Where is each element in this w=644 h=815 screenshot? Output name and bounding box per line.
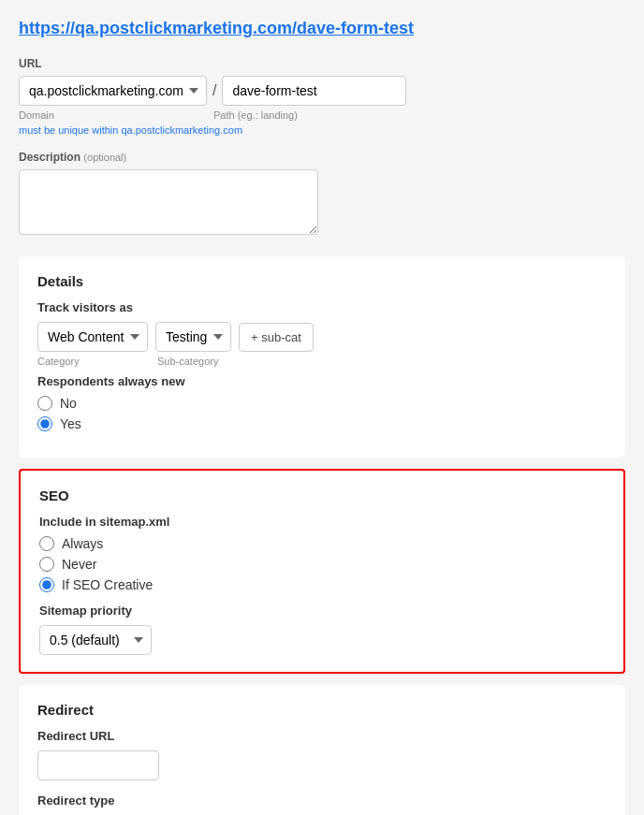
seo-title: SEO — [39, 488, 605, 503]
redirect-url-input[interactable] — [37, 750, 159, 780]
description-textarea[interactable] — [19, 169, 318, 235]
respondents-group: No Yes — [37, 396, 607, 431]
domain-select[interactable]: qa.postclickmarketing.com — [19, 76, 207, 106]
respondents-yes-label: Yes — [60, 416, 81, 431]
url-slash: / — [212, 82, 216, 99]
path-label: Path (eg.: landing) — [213, 109, 298, 121]
sitemap-group: Always Never If SEO Creative — [39, 536, 605, 592]
respondents-yes[interactable]: Yes — [37, 416, 607, 431]
category-label: Category — [37, 356, 150, 367]
url-row: qa.postclickmarketing.com / — [19, 76, 625, 106]
url-section: URL qa.postclickmarketing.com / Domain P… — [19, 57, 625, 136]
page-title: https://qa.postclickmarketing.com/dave-f… — [19, 19, 625, 38]
redirect-url-label: Redirect URL — [37, 729, 607, 743]
track-visitors-label: Track visitors as — [37, 300, 607, 314]
path-input[interactable] — [222, 76, 406, 106]
sitemap-never[interactable]: Never — [39, 557, 605, 572]
url-labels: Domain Path (eg.: landing) — [19, 109, 625, 123]
sitemap-always[interactable]: Always — [39, 536, 605, 551]
sitemap-always-radio[interactable] — [39, 536, 54, 551]
track-row: Web Content Testing + sub-cat — [37, 322, 607, 352]
description-section: Description (optional) — [19, 151, 625, 238]
sitemap-never-label: Never — [62, 557, 96, 572]
details-title: Details — [37, 273, 607, 289]
sitemap-always-label: Always — [62, 536, 103, 551]
sitemap-seo-creative[interactable]: If SEO Creative — [39, 577, 605, 592]
domain-label: Domain — [19, 109, 197, 121]
optional-label: (optional) — [83, 152, 126, 163]
respondents-yes-radio[interactable] — [37, 416, 52, 431]
track-labels: Category Sub-category — [37, 356, 607, 367]
respondents-no-label: No — [60, 396, 77, 411]
redirect-type-label: Redirect type — [37, 793, 607, 808]
url-label: URL — [19, 57, 625, 70]
respondents-no[interactable]: No — [37, 396, 607, 411]
category-select[interactable]: Web Content — [37, 322, 148, 352]
respondents-label: Respondents always new — [37, 374, 607, 388]
priority-select[interactable]: 0.5 (default) — [39, 625, 152, 655]
subcategory-select[interactable]: Testing — [155, 322, 231, 352]
redirect-title: Redirect — [37, 702, 607, 718]
priority-label: Sitemap priority — [39, 604, 605, 618]
redirect-section: Redirect Redirect URL Redirect type 302 … — [19, 685, 625, 815]
sitemap-seo-creative-label: If SEO Creative — [62, 577, 153, 592]
subcategory-label: Sub-category — [157, 356, 251, 367]
description-label: Description (optional) — [19, 151, 625, 164]
sitemap-never-radio[interactable] — [39, 557, 54, 572]
subcat-button[interactable]: + sub-cat — [239, 323, 314, 352]
sitemap-seo-creative-radio[interactable] — [39, 577, 54, 592]
sitemap-label: Include in sitemap.xml — [39, 515, 605, 529]
details-section: Details Track visitors as Web Content Te… — [19, 256, 625, 458]
seo-section: SEO Include in sitemap.xml Always Never … — [19, 469, 625, 674]
uniqueness-hint: must be unique within qa.postclickmarket… — [19, 124, 625, 136]
respondents-no-radio[interactable] — [37, 396, 52, 411]
